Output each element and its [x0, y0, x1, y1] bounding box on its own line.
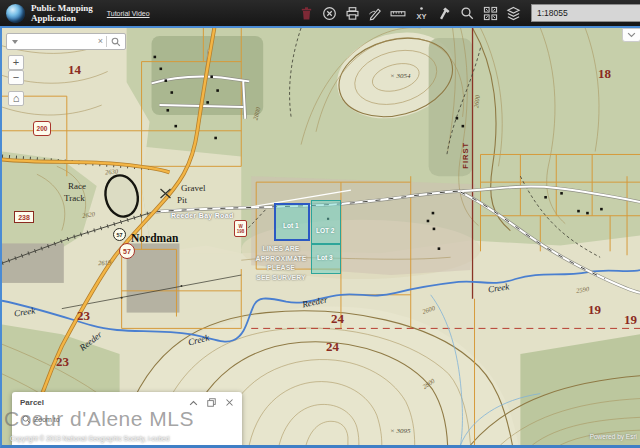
xy-coordinates-button[interactable]: XY: [413, 5, 429, 21]
lot-label: Lot 1: [283, 222, 299, 229]
measure-button[interactable]: [390, 5, 406, 21]
parcel-lot-2[interactable]: LOT 2: [311, 200, 341, 244]
panel-popout-button[interactable]: [207, 398, 216, 407]
magnifier-icon: [22, 415, 31, 424]
public-mapping-application: Public Mapping Application Tutorial Vide…: [0, 0, 640, 448]
delete-graphics-button[interactable]: [298, 5, 314, 21]
app-title: Public Mapping Application: [31, 3, 93, 23]
tutorial-video-link[interactable]: Tutorial Video: [107, 10, 150, 17]
search-source-caret-icon[interactable]: [12, 40, 18, 44]
overview-extent-button[interactable]: [482, 5, 498, 21]
map-canvas[interactable]: 14 18 19 19 23 23 24 24 2630 2620 2619 2…: [0, 26, 640, 448]
magnifier-icon: [460, 6, 475, 21]
svg-text:XY: XY: [416, 11, 426, 20]
circle-x-icon: [322, 6, 337, 21]
app-title-line1: Public Mapping: [31, 3, 93, 13]
printer-icon: [345, 6, 360, 21]
toolbar: XY 1:18055: [298, 0, 640, 26]
popout-icon: [207, 398, 216, 407]
xy-icon: XY: [414, 6, 429, 21]
trash-icon: [299, 6, 314, 21]
app-title-line2: Application: [31, 13, 93, 23]
chevron-up-icon: [189, 400, 198, 406]
search-submit-button[interactable]: [107, 37, 125, 47]
parcel-lot-1[interactable]: Lot 1: [274, 203, 310, 241]
panel-close-button[interactable]: [225, 398, 234, 407]
ruler-icon: [390, 6, 406, 21]
close-icon: [225, 398, 234, 407]
magnifier-icon: [111, 37, 121, 47]
parcel-panel: Parcel Zoom to: [12, 392, 242, 448]
parcel-panel-title: Parcel: [20, 398, 44, 407]
home-extent-button[interactable]: ⌂: [8, 91, 24, 106]
panel-collapse-up-button[interactable]: [189, 400, 198, 406]
lot-label: LOT 2: [316, 227, 334, 234]
panel-collapse-button[interactable]: [622, 28, 640, 42]
scale-input[interactable]: 1:18055: [531, 4, 640, 22]
pencil-draw-icon: [368, 6, 383, 21]
parcel-lot-3[interactable]: Lot 3: [311, 244, 341, 274]
chevron-down-icon: [627, 32, 636, 38]
layers-button[interactable]: [505, 5, 521, 21]
zoom-to-link[interactable]: Zoom to: [12, 409, 242, 424]
app-header: Public Mapping Application Tutorial Vide…: [0, 0, 640, 26]
zoom-in-button[interactable]: +: [8, 55, 24, 70]
draw-button[interactable]: [367, 5, 383, 21]
search-tool-button[interactable]: [459, 5, 475, 21]
extent-grid-icon: [483, 6, 498, 21]
clear-selection-button[interactable]: [321, 5, 337, 21]
layers-icon: [506, 6, 521, 21]
tools-button[interactable]: [436, 5, 452, 21]
hammer-icon: [437, 6, 452, 21]
lot-label: Lot 3: [317, 254, 333, 261]
search-clear-icon[interactable]: ×: [95, 37, 106, 46]
print-button[interactable]: [344, 5, 360, 21]
app-logo-globe-icon: [6, 4, 25, 23]
map-search-input[interactable]: ×: [6, 33, 126, 50]
zoom-out-button[interactable]: −: [8, 70, 24, 85]
